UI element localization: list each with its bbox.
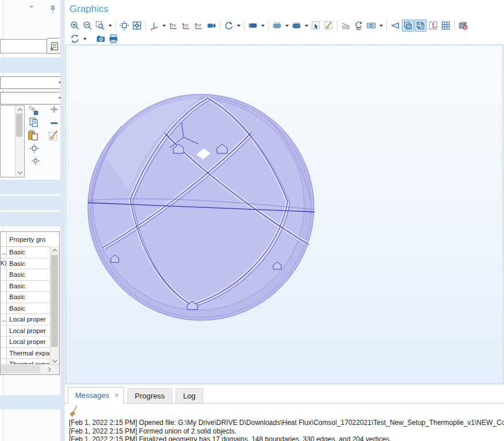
zoom-to-selection-button[interactable]: [131, 20, 143, 32]
copy-icon: [29, 117, 39, 127]
image-export-icon: [272, 21, 282, 30]
clear-selection-button[interactable]: [48, 130, 59, 143]
messages-panel: Messages × Progress Log [Feb 1, 2022 2:1…: [65, 386, 504, 441]
wireframe-rendering-button[interactable]: [414, 20, 427, 32]
image-export-button[interactable]: [271, 20, 283, 32]
go-to-source-button[interactable]: [46, 38, 62, 54]
zoom-out-button[interactable]: [82, 20, 94, 32]
remove-button[interactable]: [49, 118, 59, 130]
add-button[interactable]: [49, 105, 59, 117]
show-grid-icon: [441, 21, 451, 30]
view-camera-icon: [207, 21, 216, 30]
print-button[interactable]: [107, 33, 119, 45]
zoom-out-icon: [83, 21, 92, 30]
close-icon[interactable]: ×: [114, 393, 119, 399]
pin-button[interactable]: [48, 5, 57, 17]
rotate-button[interactable]: [223, 20, 235, 32]
scrollbar-thumb[interactable]: [1, 365, 40, 373]
hide-selected-button[interactable]: [340, 20, 352, 32]
view-hidden-icon: [366, 21, 376, 30]
tab-log[interactable]: Log: [176, 388, 203, 403]
section-header-band[interactable]: [0, 196, 64, 210]
panel-divider[interactable]: [60, 0, 65, 441]
default-3d-view-dropdown[interactable]: [161, 20, 167, 32]
paste-icon: [28, 130, 38, 141]
show-grid-button[interactable]: [440, 20, 452, 32]
tab-label: Progress: [135, 392, 165, 400]
environment-reflections-dropdown[interactable]: [82, 33, 88, 45]
zoom-box-dropdown[interactable]: [107, 20, 113, 32]
reset-hiding-button[interactable]: [352, 20, 365, 32]
go-to-xy-view-button[interactable]: xy: [168, 20, 180, 32]
environment-reflections-button[interactable]: [69, 33, 81, 45]
section-header-band[interactable]: [0, 57, 64, 73]
select-box-icon: [311, 21, 321, 30]
go-to-yz-view-button[interactable]: yz: [180, 20, 192, 32]
view-hidden-dropdown[interactable]: [378, 20, 384, 32]
zoom-extents-icon: [119, 21, 129, 30]
hide-geometry-button[interactable]: [457, 20, 469, 32]
environment-reflections-icon: [70, 34, 80, 44]
broom-icon: [69, 405, 79, 417]
panel-title: Graphics: [69, 3, 108, 15]
table-header-row: Property gro: [1, 232, 59, 247]
scene-appearance-button[interactable]: [247, 20, 259, 32]
image-export-dropdown[interactable]: [284, 20, 290, 32]
chevron-down-icon: [30, 6, 33, 18]
snapshot-button[interactable]: [95, 33, 107, 45]
listbox-scrollbar[interactable]: [15, 106, 24, 176]
go-to-xy-view-icon: xy: [169, 21, 179, 30]
scene-light-button[interactable]: [389, 20, 401, 32]
zoom-in-button[interactable]: [69, 20, 81, 32]
tab-progress[interactable]: Progress: [127, 388, 172, 403]
property-table: Property gro ...Basic K)Basic Basic Basi…: [0, 231, 60, 375]
scrollbar-thumb[interactable]: [51, 255, 58, 347]
expression-input[interactable]: [0, 39, 49, 53]
link-button[interactable]: [29, 106, 39, 118]
selection-combobox-1[interactable]: [0, 76, 65, 89]
paste-button[interactable]: [28, 130, 38, 143]
remove-icon: [49, 118, 59, 128]
go-to-xz-view-button[interactable]: xz: [193, 20, 205, 32]
clear-selection-button[interactable]: [323, 20, 335, 32]
rotate-icon: [224, 21, 234, 30]
pin-icon: [48, 5, 57, 15]
clear-messages-button[interactable]: [69, 405, 80, 417]
selection-combobox-2[interactable]: [0, 92, 65, 105]
transparency-icon: [403, 21, 413, 30]
graphics-canvas[interactable]: [65, 45, 503, 384]
tab-messages[interactable]: Messages ×: [68, 387, 124, 404]
scroll-down-icon: [17, 171, 22, 175]
table-vscrollbar[interactable]: [50, 246, 59, 365]
view-hidden-button[interactable]: [365, 20, 377, 32]
log-line: [Feb 1, 2022 2:15 PM] Formed union of 2 …: [69, 427, 504, 436]
scroll-right-icon: [48, 367, 51, 372]
log-output[interactable]: [Feb 1, 2022 2:15 PM] Opened file: G:\My…: [65, 419, 504, 441]
select-box-button[interactable]: [310, 20, 322, 32]
zoom-in-icon: [70, 21, 80, 30]
animation-export-button[interactable]: [290, 20, 303, 32]
selection-listbox[interactable]: [0, 105, 25, 177]
view-camera-button[interactable]: [206, 20, 218, 32]
transparency-button[interactable]: [402, 20, 414, 32]
messages-toolbar: [65, 404, 504, 419]
show-axis-orientation-button[interactable]: [427, 20, 439, 32]
section-header-band[interactable]: [0, 180, 64, 194]
rotate-dropdown[interactable]: [235, 20, 242, 32]
panel-collapse-button[interactable]: [30, 8, 33, 18]
zoom-to-selection-icon: [29, 144, 39, 153]
zoom-box-button[interactable]: [94, 20, 106, 32]
copy-button[interactable]: [29, 117, 39, 130]
zoom-extents-button[interactable]: [118, 20, 130, 32]
default-3d-view-icon: [149, 21, 159, 30]
animation-export-dropdown[interactable]: [303, 20, 309, 32]
zoom-to-selection-button[interactable]: [29, 144, 39, 156]
scene-appearance-dropdown[interactable]: [259, 20, 266, 32]
move-button[interactable]: [31, 156, 40, 168]
table-hscrollbar[interactable]: [1, 364, 59, 374]
default-3d-view-button[interactable]: [148, 20, 160, 32]
section-header-band[interactable]: [0, 212, 64, 226]
reset-hiding-icon: [354, 21, 363, 30]
section-header-band[interactable]: [0, 395, 64, 409]
scrollbar-thumb[interactable]: [16, 114, 22, 137]
